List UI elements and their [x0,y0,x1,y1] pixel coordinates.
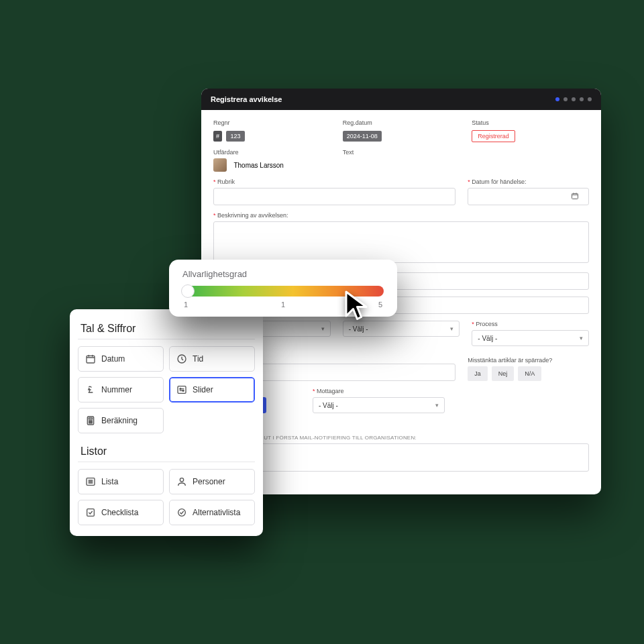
calendar-icon [571,192,583,201]
hash-badge: # [213,131,222,142]
svg-point-13 [91,423,92,423]
calendar-icon [85,354,96,364]
beskrivning-label: Beskrivning av avvikelsen: [213,212,589,219]
slider-min: 1 [184,301,188,309]
palette-section-lists: Listor [78,443,255,462]
step-dot [588,97,592,101]
palette-item-label: Personer [193,477,225,486]
step-dot [564,97,568,101]
utfardare-name: Thomas Larsson [233,162,283,169]
svg-point-12 [90,423,91,423]
svg-point-10 [91,421,92,421]
palette-item-clock[interactable]: Tid [169,346,255,372]
svg-rect-7 [89,418,92,419]
slider-max: 5 [378,301,382,309]
seg-nej[interactable]: Nej [492,366,515,381]
step-dot [580,97,584,101]
mail-info-textarea[interactable] [213,443,589,472]
seg-ja[interactable]: Ja [468,366,488,381]
palette-item-pound[interactable]: Nummer [78,377,164,402]
palette-item-label: Nummer [101,385,132,394]
palette-item-person[interactable]: Personer [169,469,255,494]
palette-item-label: Datum [101,354,125,364]
pound-icon [85,384,96,395]
clock-icon [176,354,187,364]
datum-handelse-label: Datum för händelse: [468,178,589,185]
chevron-down-icon: ▾ [580,335,583,341]
svg-point-17 [178,509,186,517]
artiklar-label: Misstänkta artiklar är spärrade? [468,357,589,364]
palette-item-label: Tid [193,354,203,364]
step-indicator [555,97,592,101]
cursor-icon [342,290,374,322]
field-type-palette: Tal & Siffror DatumTidNummerSliderBeräkn… [70,309,263,536]
svg-point-5 [182,390,184,391]
status-badge: Registrerad [472,130,515,142]
svg-point-9 [90,421,91,421]
palette-item-calendar[interactable]: Datum [78,346,164,372]
step-dot [572,97,576,101]
svg-point-4 [180,388,181,390]
palette-item-label: Beräkning [101,416,138,425]
palette-item-calc[interactable]: Beräkning [78,408,164,433]
palette-item-label: Lista [101,477,118,486]
mottagare-select[interactable]: - Välj - ▾ [313,397,445,413]
regdatum-value: 2024-11-08 [343,131,382,142]
svg-rect-1 [87,356,95,363]
chevron-down-icon: ▾ [435,402,439,409]
slider-thumb[interactable] [181,284,195,298]
check-icon [85,507,96,518]
utfardare-label: Utfärdare [213,149,331,156]
process-label: Process [472,321,589,327]
person-icon [176,476,187,487]
palette-section-numbers: Tal & Siffror [78,320,255,339]
rubrik-input[interactable] [213,188,455,205]
palette-item-radio[interactable]: Alternativlista [169,500,255,525]
regnr-value: 123 [226,131,244,142]
process-select[interactable]: - Välj - ▾ [472,330,589,346]
palette-item-label: Slider [193,385,213,394]
list-icon [85,476,96,487]
beskrivning-textarea[interactable] [213,221,589,263]
mottagare-label: Mottagare [313,388,445,394]
slider-icon [176,384,187,395]
date-input[interactable] [468,188,589,205]
svg-rect-0 [572,194,578,199]
text-label: Text [343,149,460,156]
step-dot [555,97,559,101]
palette-item-check[interactable]: Checklista [78,500,164,525]
form-title: Registrera avvikelse [211,95,282,103]
svg-rect-16 [87,509,95,517]
palette-item-list[interactable]: Lista [78,469,164,494]
chevron-down-icon: ▾ [321,325,325,332]
slider-mid: 1 [281,301,285,309]
select-generic-2[interactable]: - Välj - ▾ [343,321,460,337]
rubrik-label: Rubrik [213,178,455,185]
seg-na[interactable]: N/A [518,366,541,381]
form-header: Registrera avvikelse [201,89,601,110]
status-label: Status [472,119,589,126]
svg-point-8 [89,421,89,421]
calc-icon [85,415,96,426]
palette-item-label: Alternativlista [193,508,240,517]
slider-title: Allvarlighetsgrad [182,269,384,279]
palette-item-slider[interactable]: Slider [169,377,255,402]
avatar [213,158,227,172]
svg-point-11 [89,423,89,423]
regdatum-label: Reg.datum [343,119,460,126]
sparrad-segmented: Ja Nej N/A [468,366,589,381]
radio-icon [176,507,187,518]
svg-point-15 [180,478,183,482]
mail-info-label: IG INFO SOM GÅR UT I FÖRSTA MAIL-NOTIFIE… [213,435,589,441]
chevron-down-icon: ▾ [450,325,453,332]
regnr-label: Regnr [213,119,331,126]
palette-item-label: Checklista [101,508,138,517]
svg-rect-3 [178,386,186,394]
